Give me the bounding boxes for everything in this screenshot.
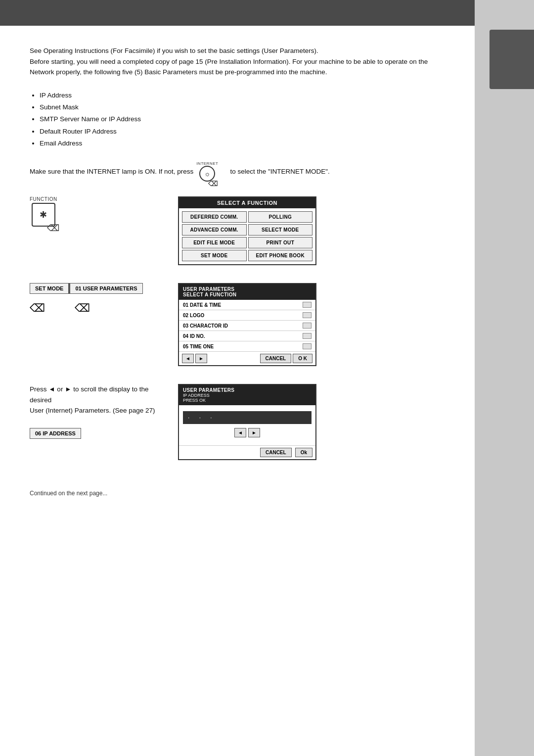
bullet-email: Email Address (40, 138, 445, 149)
up-row-0-label: 01 DATE & TIME (183, 302, 221, 308)
bullet-router: Default Router IP Address (40, 126, 445, 138)
ip-address-box: 06 IP ADDRESS (30, 428, 81, 439)
ip-address-screen: USER PARAMETERS IP ADDRESS PRESS OK · · … (178, 384, 316, 460)
hand-pointer-right: ⌫ (75, 302, 90, 315)
intro-paragraph: See Operating Instructions (For Facsimil… (30, 46, 445, 78)
internet-lamp-post: to select the "INTERNET MODE". (230, 168, 329, 175)
bullet-subnet: Subnet Mask (40, 101, 445, 113)
ip-title-line3: PRESS OK (183, 398, 312, 403)
step2-hands: ⌫ ⌫ (30, 306, 90, 315)
scroll-line2: User (Internet) Parameters. (See page 27… (30, 407, 155, 414)
user-params-title: USER PARAMETERS SELECT A FUNCTION (179, 284, 315, 300)
internet-lamp-instruction: Make sure that the INTERNET lamp is ON. … (30, 161, 445, 182)
ip-dots: · · · (188, 414, 216, 421)
up-row-0: 01 DATE & TIME (179, 300, 315, 310)
ip-ok-btn[interactable]: Ok (295, 448, 312, 457)
ip-nav-row: ◄ ► (183, 428, 312, 437)
ip-section: Press ◄ or ► to scroll the display to th… (30, 384, 445, 460)
ip-nav-left[interactable]: ◄ (234, 428, 246, 437)
ip-title-line2: IP ADDRESS (183, 393, 312, 398)
up-row-3-indicator (303, 333, 312, 339)
intro-line2: Before starting, you will need a complet… (30, 58, 428, 76)
ip-cancel-btn[interactable]: CANCEL (260, 448, 292, 457)
set-mode-label: SET MODE (30, 283, 69, 294)
internet-button-icon: INTERNET ☼ ⌫ (196, 161, 218, 182)
right-sidebar (475, 0, 534, 756)
up-row-2-label: 03 CHARACTOR ID (183, 323, 228, 329)
scroll-instruction: Press ◄ or ► to scroll the display to th… (30, 384, 158, 416)
ip-display-area: · · · ◄ ► (179, 405, 315, 445)
select-function-grid: DEFERRED COMM. POLLING ADVANCED COMM. SE… (179, 208, 315, 264)
user-params-footer: ◄ ► CANCEL O K (179, 352, 315, 365)
ip-screen-title: USER PARAMETERS IP ADDRESS PRESS OK (179, 385, 315, 405)
cancel-btn[interactable]: CANCEL (260, 354, 292, 363)
internet-lamp-pre: Make sure that the INTERNET lamp is ON. … (30, 168, 193, 175)
ip-dots-bar: · · · (183, 411, 312, 424)
btn-edit-phone-book[interactable]: EDIT PHONE BOOK (248, 250, 313, 261)
user-params-rows: 01 DATE & TIME 02 LOGO 03 CHARACTOR ID (179, 300, 315, 352)
footer-note: Continued on the next page... (30, 490, 445, 507)
up-row-3-label: 04 ID NO. (183, 333, 205, 339)
up-row-4-label: 05 TIME ONE (183, 344, 214, 349)
user-params-title-line1: USER PARAMETERS (183, 286, 312, 292)
bullet-ip: IP Address (40, 90, 445, 101)
btn-polling[interactable]: POLLING (248, 211, 313, 223)
up-row-1-indicator (303, 312, 312, 318)
up-row-0-indicator (303, 302, 312, 308)
select-function-title: SELECT A FUNCTION (179, 197, 315, 208)
function-label: FUNCTION (30, 196, 57, 202)
function-icon: ✱ ⌫ (32, 203, 55, 227)
up-row-2: 03 CHARACTOR ID (179, 321, 315, 331)
internet-circle-icon: ☼ ⌫ (199, 166, 215, 182)
btn-deferred-comm[interactable]: DEFERRED COMM. (182, 211, 247, 223)
bullet-smtp: SMTP Server Name or IP Address (40, 113, 445, 125)
user-params-screen: USER PARAMETERS SELECT A FUNCTION 01 DAT… (178, 283, 316, 366)
up-row-1: 02 LOGO (179, 310, 315, 321)
ip-screen-footer: CANCEL Ok (179, 445, 315, 459)
btn-advanced-comm[interactable]: ADVANCED COMM. (182, 224, 247, 236)
nav-right-btn[interactable]: ► (195, 354, 207, 363)
up-row-2-indicator (303, 323, 312, 329)
top-header-bar (0, 0, 475, 26)
step2-right: USER PARAMETERS SELECT A FUNCTION 01 DAT… (178, 283, 445, 366)
user-params-title-line2: SELECT A FUNCTION (183, 292, 312, 297)
requirements-list: IP Address Subnet Mask SMTP Server Name … (40, 90, 445, 149)
scroll-line1: Press ◄ or ► to scroll the display to th… (30, 385, 149, 404)
ip-right: USER PARAMETERS IP ADDRESS PRESS OK · · … (178, 384, 445, 460)
up-row-4: 05 TIME ONE (179, 341, 315, 352)
up-row-4-indicator (303, 343, 312, 349)
set-mode-bar: SET MODE 01 USER PARAMETERS (30, 283, 143, 294)
ip-nav-right[interactable]: ► (248, 428, 260, 437)
internet-label: INTERNET (196, 161, 218, 166)
up-row-1-label: 02 LOGO (183, 313, 204, 318)
user-params-label: 01 USER PARAMETERS (70, 283, 142, 294)
hand-cursor-icon: ⌫ (47, 223, 59, 234)
function-symbol: ✱ (40, 209, 47, 220)
step2-section: SET MODE 01 USER PARAMETERS ⌫ ⌫ USER PAR… (30, 283, 445, 366)
ok-btn[interactable]: O K (293, 354, 312, 363)
btn-select-mode[interactable]: SELECT MODE (248, 224, 313, 236)
sidebar-tab (490, 30, 534, 89)
intro-line1: See Operating Instructions (For Facsimil… (30, 47, 318, 54)
select-function-screen: SELECT A FUNCTION DEFERRED COMM. POLLING… (178, 196, 316, 265)
btn-edit-file-mode[interactable]: EDIT FILE MODE (182, 237, 247, 248)
step1-left: FUNCTION ✱ ⌫ (30, 196, 158, 227)
up-row-3: 04 ID NO. (179, 331, 315, 341)
ip-title-line1: USER PARAMETERS (183, 387, 312, 393)
step1-section: FUNCTION ✱ ⌫ SELECT A FUNCTION DEFERRED … (30, 196, 445, 265)
nav-left-btn[interactable]: ◄ (182, 354, 194, 363)
step1-right: SELECT A FUNCTION DEFERRED COMM. POLLING… (178, 196, 445, 265)
step2-left: SET MODE 01 USER PARAMETERS ⌫ ⌫ (30, 283, 158, 315)
btn-set-mode[interactable]: SET MODE (182, 250, 247, 261)
hand-pointer-left: ⌫ (30, 302, 45, 315)
function-icon-wrap: FUNCTION ✱ ⌫ (30, 196, 57, 227)
ip-left: Press ◄ or ► to scroll the display to th… (30, 384, 158, 439)
btn-print-out[interactable]: PRINT OUT (248, 237, 313, 248)
